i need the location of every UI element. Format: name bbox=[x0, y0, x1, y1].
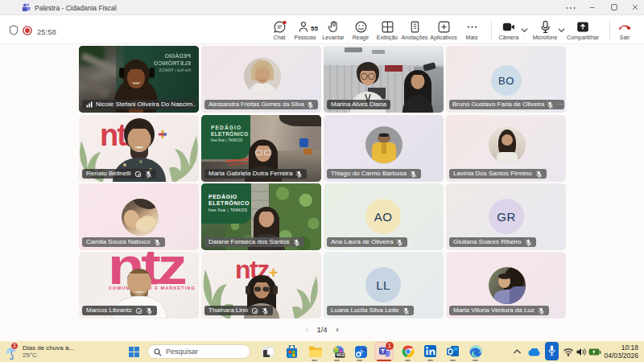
svg-text:WEB: WEB bbox=[336, 353, 345, 357]
